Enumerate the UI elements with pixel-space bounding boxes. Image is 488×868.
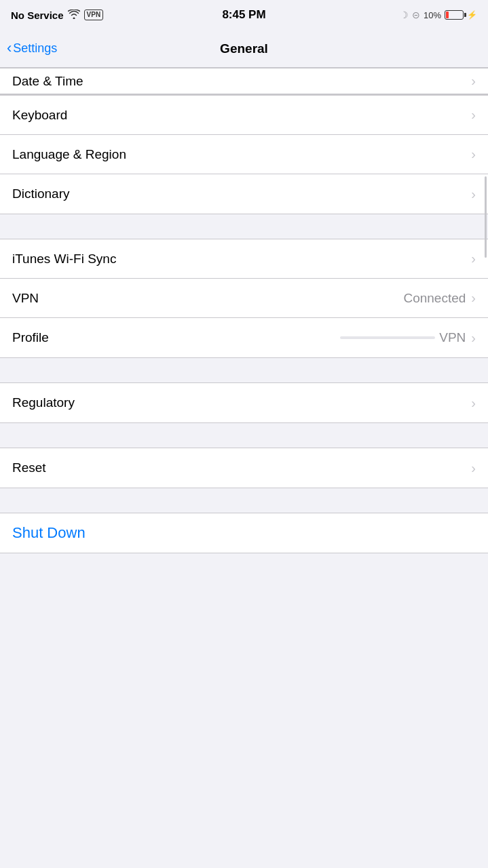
status-right: ☽ ⊝ 10% ⚡ xyxy=(400,9,477,20)
chevron-right-icon: › xyxy=(471,186,476,202)
list-item-itunes-wifi-sync[interactable]: iTunes Wi-Fi Sync › xyxy=(0,239,488,279)
spacer-5 xyxy=(0,553,488,578)
chevron-right-icon: › xyxy=(471,330,476,346)
nav-bar: ‹ Settings General xyxy=(0,30,488,68)
battery-body xyxy=(445,10,464,20)
section-group-3: Regulatory › xyxy=(0,382,488,423)
profile-badge xyxy=(340,336,435,339)
carrier-label: No Service xyxy=(11,9,64,21)
settings-content: Date & Time › Keyboard › Language & Regi… xyxy=(0,68,488,578)
chevron-right-icon: › xyxy=(471,460,476,476)
profile-label: Profile xyxy=(12,330,340,345)
vpn-status-badge: VPN xyxy=(84,9,104,20)
list-item-keyboard[interactable]: Keyboard › xyxy=(0,96,488,135)
back-button[interactable]: ‹ Settings xyxy=(7,41,57,56)
spacer-4 xyxy=(0,488,488,513)
status-bar: No Service VPN 8:45 PM ☽ ⊝ 10% ⚡ xyxy=(0,0,488,30)
chevron-right-icon: › xyxy=(471,73,476,89)
dictionary-label: Dictionary xyxy=(12,186,471,201)
section-group-2: iTunes Wi-Fi Sync › VPN Connected › Prof… xyxy=(0,239,488,358)
back-chevron-icon: ‹ xyxy=(7,41,12,56)
spacer-3 xyxy=(0,423,488,448)
list-item-reset[interactable]: Reset › xyxy=(0,448,488,488)
profile-value: VPN xyxy=(439,330,466,345)
list-item-vpn[interactable]: VPN Connected › xyxy=(0,279,488,318)
language-region-label: Language & Region xyxy=(12,147,471,162)
section-group-1: Keyboard › Language & Region › Dictionar… xyxy=(0,95,488,214)
itunes-wifi-sync-label: iTunes Wi-Fi Sync xyxy=(12,252,471,267)
chevron-right-icon: › xyxy=(471,107,476,123)
back-label: Settings xyxy=(13,41,57,56)
wifi-icon xyxy=(68,9,80,21)
scrollbar-track xyxy=(485,68,488,339)
status-time: 8:45 PM xyxy=(222,8,265,22)
date-time-section: Date & Time › xyxy=(0,68,488,95)
battery-percent: 10% xyxy=(424,10,441,20)
keyboard-label: Keyboard xyxy=(12,108,471,123)
chevron-right-icon: › xyxy=(471,395,476,411)
list-item-language-region[interactable]: Language & Region › xyxy=(0,135,488,174)
scrollbar-thumb[interactable] xyxy=(485,176,487,258)
vpn-label: VPN xyxy=(12,291,403,306)
section-group-4: Reset › xyxy=(0,448,488,488)
vpn-value: Connected xyxy=(403,291,466,306)
page-title: General xyxy=(220,41,268,56)
list-item-regulatory[interactable]: Regulatory › xyxy=(0,383,488,422)
chevron-right-icon: › xyxy=(471,146,476,162)
charging-icon: ⚡ xyxy=(467,10,477,20)
chevron-right-icon: › xyxy=(471,251,476,267)
reset-label: Reset xyxy=(12,460,471,475)
list-item-profile[interactable]: Profile VPN › xyxy=(0,318,488,357)
shut-down-label: Shut Down xyxy=(12,524,86,542)
list-item-dictionary[interactable]: Dictionary › xyxy=(0,174,488,214)
battery-indicator xyxy=(445,10,464,20)
date-time-label: Date & Time xyxy=(12,74,471,89)
regulatory-label: Regulatory xyxy=(12,395,471,410)
battery-fill xyxy=(446,12,449,18)
list-item-shut-down[interactable]: Shut Down xyxy=(0,513,488,553)
list-item-date-time[interactable]: Date & Time › xyxy=(0,68,488,94)
spacer-1 xyxy=(0,214,488,239)
chevron-right-icon: › xyxy=(471,290,476,306)
spacer-2 xyxy=(0,358,488,382)
do-not-disturb-icon: ☽ xyxy=(400,9,409,20)
lock-rotation-icon: ⊝ xyxy=(412,9,420,20)
status-left: No Service VPN xyxy=(11,9,103,21)
